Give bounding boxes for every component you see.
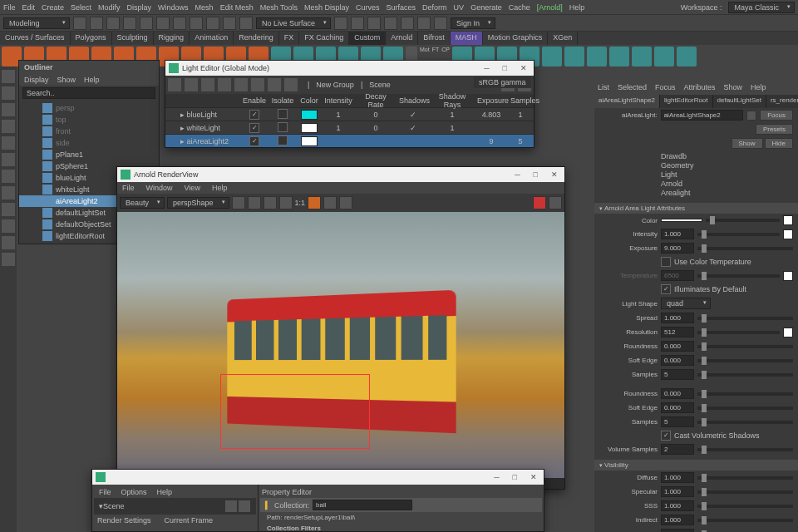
light-row[interactable]: ▸ blueLight✓10✓14.8031 xyxy=(165,107,534,121)
attr-section-arealight[interactable]: Arnold Area Light Attributes xyxy=(594,203,798,214)
close-button[interactable]: ✕ xyxy=(548,170,561,179)
rv-menu-help[interactable]: Help xyxy=(212,184,228,192)
volsmp-field[interactable]: 2 xyxy=(661,444,694,455)
samples2-field[interactable]: 5 xyxy=(661,416,694,427)
samples2-slider[interactable] xyxy=(697,421,793,424)
menu-display[interactable]: Display xyxy=(127,3,152,12)
rs-currentframe[interactable]: Current Frame xyxy=(165,516,214,525)
samples-slider[interactable] xyxy=(697,373,793,377)
shelf-tab[interactable]: Animation xyxy=(190,32,234,45)
soft-field[interactable]: 0.000 xyxy=(661,355,694,366)
close-button[interactable]: ✕ xyxy=(527,473,540,481)
attr-section-visibility[interactable]: Visibility xyxy=(594,460,798,470)
light-editor-titlebar[interactable]: Light Editor (Global Mode) ─□✕ xyxy=(165,61,534,76)
rv-stop-icon[interactable] xyxy=(248,196,261,209)
menu-deform[interactable]: Deform xyxy=(422,3,447,12)
le-tool-icon[interactable] xyxy=(218,78,231,91)
menu-surfaces[interactable]: Surfaces xyxy=(387,3,416,12)
le-newgroup-button[interactable]: New Group xyxy=(316,81,354,89)
rs-visible-icon[interactable] xyxy=(224,500,238,513)
toolbar-icon[interactable] xyxy=(206,17,219,30)
le-tool-icon[interactable] xyxy=(251,78,264,91)
maximize-button[interactable]: □ xyxy=(510,473,520,481)
shelf-tab[interactable]: Polygons xyxy=(71,32,112,45)
le-tool-icon[interactable] xyxy=(284,78,298,91)
toolbar-icon[interactable] xyxy=(123,17,136,30)
intensity-cell[interactable]: 1 xyxy=(322,111,355,119)
enable-checkbox[interactable]: ✓ xyxy=(249,136,259,146)
intensity-slider[interactable] xyxy=(697,233,780,236)
attr-tab[interactable]: defaultLightSet xyxy=(713,95,766,108)
col-enable[interactable]: Enable xyxy=(240,96,268,105)
col-color[interactable]: Color xyxy=(297,96,322,105)
rs-menu-options[interactable]: Options xyxy=(121,488,147,496)
attr-menu-selected[interactable]: Selected xyxy=(618,83,647,93)
map-button[interactable] xyxy=(783,328,793,337)
exposure-cell[interactable]: 4.803 xyxy=(475,111,508,119)
col-exposure[interactable]: Exposure xyxy=(475,96,508,105)
soft2-field[interactable]: 0.000 xyxy=(661,402,694,413)
menu-meshdisplay[interactable]: Mesh Display xyxy=(304,3,349,12)
le-tool-icon[interactable] xyxy=(168,78,181,91)
outliner-menu-display[interactable]: Display xyxy=(24,76,49,84)
toolbar-icon[interactable] xyxy=(156,17,170,30)
rendersetup-titlebar[interactable]: ─□✕ xyxy=(92,470,544,485)
attr-menu-focus[interactable]: Focus xyxy=(655,83,676,93)
toolbar-icon[interactable] xyxy=(239,17,253,30)
attr-hide-button[interactable]: Hide xyxy=(765,138,793,149)
minimize-button[interactable]: ─ xyxy=(490,473,502,481)
toolbar-icon[interactable] xyxy=(140,17,153,30)
tool-scale-icon[interactable] xyxy=(2,136,15,150)
color-field[interactable] xyxy=(661,219,702,222)
shadows-cell[interactable]: ✓ xyxy=(397,124,430,132)
attr-menu-help[interactable]: Help xyxy=(751,83,766,93)
render-region-box[interactable] xyxy=(220,374,370,449)
maximize-button[interactable]: □ xyxy=(500,64,510,72)
shelf-tab[interactable]: FX Caching xyxy=(299,32,349,45)
le-tool-icon[interactable] xyxy=(185,78,198,91)
shadowrays-cell[interactable]: 1 xyxy=(430,124,475,132)
isolate-checkbox[interactable] xyxy=(278,109,288,119)
usect-checkbox[interactable] xyxy=(661,257,671,267)
rv-refresh-icon[interactable] xyxy=(264,196,277,209)
rs-menu-file[interactable]: File xyxy=(99,488,111,496)
light-row[interactable]: ▸ whiteLight✓10✓1 xyxy=(165,121,534,134)
tool-icon[interactable] xyxy=(2,186,15,200)
sss-field[interactable]: 1.000 xyxy=(661,500,694,511)
spread-field[interactable]: 1.000 xyxy=(661,313,694,323)
shelf-tab[interactable]: Motion Graphics xyxy=(483,32,549,45)
shelf-button[interactable] xyxy=(542,47,562,66)
signin-dropdown[interactable]: Sign In xyxy=(451,17,495,29)
shelf-button[interactable] xyxy=(677,47,697,66)
menu-select[interactable]: Select xyxy=(71,3,91,12)
minimize-button[interactable]: ─ xyxy=(480,64,492,72)
toolbar-icon[interactable] xyxy=(417,17,431,30)
toolbar-icon[interactable] xyxy=(106,17,120,30)
shelf-tab[interactable]: Curves / Surfaces xyxy=(0,32,71,45)
shelf-tab[interactable]: Arnold xyxy=(386,32,418,45)
rv-play-icon[interactable] xyxy=(232,196,245,209)
menu-curves[interactable]: Curves xyxy=(356,3,380,12)
shelf-tab[interactable]: Sculpting xyxy=(112,32,154,45)
shelf-button[interactable] xyxy=(609,47,629,66)
col-shadowrays[interactable]: Shadow Rays xyxy=(430,92,475,109)
isolate-checkbox[interactable] xyxy=(278,135,288,145)
le-tool-icon[interactable] xyxy=(234,78,248,91)
exposure-cell[interactable]: 9 xyxy=(475,137,508,145)
outliner-item[interactable]: pPlane1 xyxy=(19,149,159,160)
color-swatch[interactable] xyxy=(301,123,318,133)
rv-tool-icon[interactable] xyxy=(339,196,352,209)
light-row[interactable]: ▸ aiAreaLight2✓95 xyxy=(165,134,534,147)
menu-modify[interactable]: Modify xyxy=(98,3,121,12)
spec-field[interactable]: 1.000 xyxy=(661,486,694,497)
shelf-tab[interactable]: Bifrost xyxy=(418,32,451,45)
soft2-slider[interactable] xyxy=(697,406,793,410)
color-slider[interactable] xyxy=(706,219,780,222)
decay-cell[interactable]: 0 xyxy=(355,111,397,119)
attr-focus-button[interactable]: Focus xyxy=(760,110,793,121)
exposure-field[interactable]: 9.000 xyxy=(661,243,694,254)
attr-menu-show[interactable]: Show xyxy=(724,83,743,93)
isolate-checkbox[interactable] xyxy=(278,122,288,132)
menu-edit[interactable]: Edit xyxy=(22,3,36,12)
toolbar-icon[interactable] xyxy=(190,17,203,30)
